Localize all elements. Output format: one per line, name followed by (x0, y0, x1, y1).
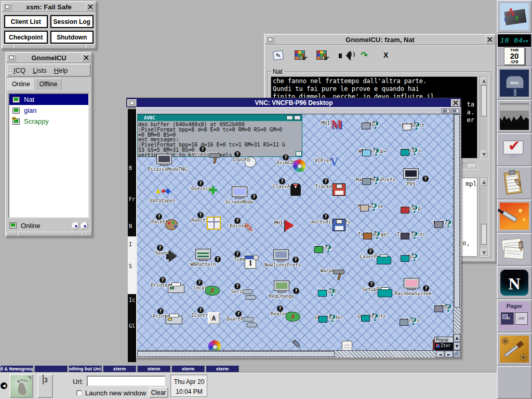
dock-afterstep-button[interactable]: Aet (497, 0, 532, 33)
amiga-icon-mbackup[interactable]: ? MBackup (394, 205, 428, 211)
amiga-icon-duartprefs[interactable]: ? DuartPrefs (224, 315, 257, 322)
dock-paint-button[interactable] (497, 200, 532, 233)
amiga-icon-mhi[interactable]: MHI (262, 219, 295, 225)
forward-icon[interactable]: ↷ (360, 50, 373, 62)
sound-icon[interactable]: ))) (338, 50, 351, 62)
scroll-up-icon[interactable]: ▲ (481, 77, 487, 84)
dock-pager-button[interactable]: PagerVNUnt (497, 299, 532, 332)
window-menu-icon[interactable] (7, 54, 16, 62)
amiga-desktop[interactable]: AVNC deo buffer (640x480x8) at 0952b000 … (137, 114, 453, 350)
resize-gadget-icon[interactable] (296, 151, 302, 156)
resize-grip-icon[interactable] (453, 350, 460, 357)
xsm-checkpoint-button[interactable]: Checkpoint (4, 31, 48, 44)
amiga-icon-reqchange[interactable]: ? ReqChange (265, 281, 298, 299)
window-menu-icon[interactable] (265, 36, 275, 44)
panel-hide-arrow-icon[interactable]: ◀ (1, 382, 7, 389)
amiga-icon-time[interactable]: 1? Time (223, 256, 256, 262)
amiga-icon-screenmode[interactable]: ? ScreenMode (223, 187, 256, 205)
amiga-icon-trackdisk[interactable]: ? Trackdisk (311, 183, 344, 189)
contact-scrappy[interactable]: NA Scrappy (9, 116, 88, 127)
amiga-icon-warpup[interactable]: WarpUp (312, 267, 345, 273)
amiga-icon-swprefs[interactable]: ? SWPrefs (393, 317, 427, 323)
screen-depth-icon[interactable] (442, 109, 450, 113)
send-color-2-icon[interactable]: ☛ (316, 50, 329, 62)
amiga-icon-mui[interactable]: M MUI (309, 119, 342, 126)
xsm-shutdown-button[interactable]: Shutdown (50, 31, 94, 44)
dock-clock-button[interactable]: 10 04PMTHR20APR (497, 33, 532, 66)
compose-icon[interactable]: ✎ (272, 50, 286, 62)
tab-offline[interactable]: Offline (35, 78, 62, 90)
amiga-icon-reaction[interactable]: ? ReAction (186, 217, 219, 223)
task-button-2[interactable] (34, 365, 68, 373)
contact-nat[interactable]: Nat (9, 94, 88, 105)
amiga-icon-icontrol[interactable]: A? IControl (186, 312, 219, 318)
close-icon[interactable] (82, 54, 91, 62)
launch-checkbox[interactable] (76, 390, 82, 396)
amiga-icon-workbench[interactable]: ? Workbench (188, 151, 221, 157)
window-menu-icon[interactable] (3, 3, 12, 11)
status-round-button-1[interactable] (72, 222, 79, 230)
input-scrollbar[interactable]: ▲ ▼ (480, 178, 488, 257)
xsm-session-log-button[interactable]: Session Log (50, 15, 94, 28)
amiga-icon-pvs[interactable]: ? PVS (394, 168, 428, 187)
zoom-gadget-icon[interactable] (286, 115, 293, 120)
vnc-titlebar[interactable]: VNC: VNCFB-P96 Desktop (126, 98, 461, 107)
amiga-icon-locale[interactable]: ✗? locale (185, 284, 218, 290)
menu-icq[interactable]: ICQ (14, 66, 25, 74)
close-icon[interactable] (451, 99, 460, 107)
amiga-icon-overscan[interactable]: ✚? Overscan (186, 185, 219, 191)
amiga-icon-deficons[interactable]: ? DefIcons (428, 219, 453, 225)
amiga-icon-printergfx[interactable]: ? PrinterGFX (148, 282, 181, 288)
amiga-icon-translator[interactable]: ? Translator (394, 231, 428, 237)
close-icon[interactable] (485, 36, 495, 44)
avnc-console-titlebar[interactable]: AVNC (138, 115, 302, 121)
gnomeicu-titlebar[interactable]: GnomeICU (6, 53, 91, 63)
dock-tools-button[interactable]: ✚✚ (497, 332, 532, 366)
scroll-up-icon[interactable]: ▲ (454, 334, 460, 342)
task-button-7[interactable]: xterm (206, 365, 239, 373)
amiga-icon[interactable] (319, 341, 352, 342)
amiga-icon-vcprefs[interactable]: V VCPrefs (308, 157, 341, 163)
xsm-client-list-button[interactable]: Client List (4, 15, 48, 28)
scroll-up-icon[interactable]: ▲ (481, 178, 487, 185)
window-menu-icon[interactable] (127, 99, 137, 107)
task-button-5[interactable]: xterm (137, 365, 170, 373)
dock-check-button[interactable]: ✔ (497, 133, 532, 166)
amiga-icon-input[interactable]: ? Input (223, 156, 256, 162)
screen-front-icon[interactable] (451, 109, 459, 113)
xsm-titlebar[interactable]: xsm: Fail Safe (2, 2, 96, 12)
amiga-icon-guideprefs[interactable]: ? GuidePrefs (355, 313, 388, 319)
amiga-icon-datatypes[interactable]: ▲●◆ datatypes (146, 184, 179, 203)
amiga-icon-wbstartup[interactable]: ? WBStartup+ (356, 148, 389, 154)
gnomeicu-resize-strip[interactable] (6, 232, 91, 236)
amiga-icon[interactable] (187, 340, 220, 341)
amiga-icon-multidiskprefs[interactable]: ? multidiskprefs (311, 218, 344, 224)
dock-load-button[interactable] (497, 100, 532, 133)
send-color-icon[interactable]: ☛ (294, 50, 308, 62)
scroll-down-icon[interactable]: ▼ (481, 249, 487, 256)
task-button-1[interactable]: il & Newsgroups (0, 365, 33, 373)
amiga-icon-virus2[interactable]: ? Virus2 (312, 288, 345, 294)
task-button-4[interactable]: xterm (103, 365, 136, 373)
history-scrollbar[interactable]: ▲ ▼ (480, 76, 488, 158)
scroll-down-icon[interactable]: ▼ (454, 342, 460, 350)
tab-online[interactable]: Online (7, 78, 35, 90)
depth-gadget-icon[interactable] (294, 115, 301, 120)
vnc-vertical-scrollbar[interactable]: ▲ ▼ (453, 114, 460, 350)
amiga-icon-palette[interactable]: ? Palette (144, 218, 178, 224)
scroll-right-icon[interactable]: ► (445, 351, 453, 357)
task-button-3[interactable]: othing but Unix (69, 365, 102, 373)
scroll-left-icon[interactable]: ◄ (436, 351, 444, 357)
amiga-icon-toolmanager[interactable]: ? ToolManager (357, 231, 390, 237)
amiga-icon-pointer[interactable]: ✎? Pointer (223, 222, 256, 229)
amiga-icon-newiconsprefs[interactable]: ? NewIconsPrefs (264, 249, 298, 268)
xsm-resize-strip[interactable] (2, 44, 96, 48)
clear-button[interactable]: Clear (149, 387, 168, 398)
close-icon[interactable]: X (381, 50, 395, 62)
amiga-icon-printer[interactable]: ? Printer (146, 313, 179, 319)
menu-help[interactable]: Help (54, 66, 68, 74)
chat-titlebar[interactable]: GnomeICU: fzam, Nat (265, 35, 495, 45)
amiga-screen-titlebar[interactable] (137, 108, 460, 114)
task-button-6[interactable]: xterm (171, 365, 205, 373)
amiga-icon-lj4boost[interactable]: ? LJ4Boost (396, 122, 430, 128)
